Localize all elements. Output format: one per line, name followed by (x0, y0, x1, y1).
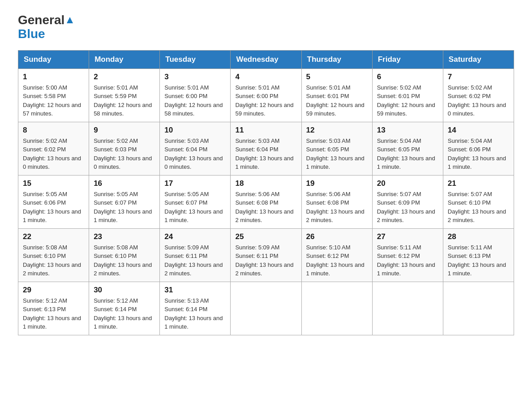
col-wednesday: Wednesday (231, 50, 301, 68)
day-info: Sunrise: 5:09 AMSunset: 6:11 PMDaylight:… (164, 243, 226, 278)
table-row: 6Sunrise: 5:02 AMSunset: 6:01 PMDaylight… (372, 68, 443, 122)
day-number: 5 (306, 73, 368, 81)
col-saturday: Saturday (443, 50, 514, 68)
table-row: 7Sunrise: 5:02 AMSunset: 6:02 PMDaylight… (443, 68, 514, 122)
col-friday: Friday (372, 50, 443, 68)
day-number: 7 (448, 73, 509, 81)
day-info: Sunrise: 5:01 AMSunset: 6:01 PMDaylight:… (306, 83, 368, 118)
day-info: Sunrise: 5:01 AMSunset: 6:00 PMDaylight:… (235, 83, 296, 118)
svg-marker-0 (67, 17, 73, 23)
table-row: 23Sunrise: 5:08 AMSunset: 6:10 PMDayligh… (89, 228, 160, 282)
table-row: 31Sunrise: 5:13 AMSunset: 6:14 PMDayligh… (160, 282, 231, 335)
day-number: 28 (448, 232, 509, 241)
table-row: 14Sunrise: 5:04 AMSunset: 6:06 PMDayligh… (443, 122, 514, 175)
day-number: 6 (377, 73, 438, 81)
day-number: 24 (164, 232, 226, 241)
table-row (372, 282, 443, 335)
table-row: 20Sunrise: 5:07 AMSunset: 6:09 PMDayligh… (372, 175, 443, 228)
day-number: 4 (235, 73, 296, 81)
day-number: 2 (94, 73, 155, 81)
col-monday: Monday (89, 50, 160, 68)
day-info: Sunrise: 5:00 AMSunset: 5:58 PMDaylight:… (23, 83, 84, 118)
day-info: Sunrise: 5:07 AMSunset: 6:09 PMDaylight:… (377, 190, 438, 225)
day-number: 16 (94, 179, 155, 188)
day-info: Sunrise: 5:02 AMSunset: 6:02 PMDaylight:… (23, 137, 84, 171)
day-number: 14 (448, 126, 509, 135)
day-info: Sunrise: 5:03 AMSunset: 6:05 PMDaylight:… (306, 137, 368, 171)
calendar-header-row: Sunday Monday Tuesday Wednesday Thursday… (18, 50, 514, 68)
table-row: 13Sunrise: 5:04 AMSunset: 6:05 PMDayligh… (372, 122, 443, 175)
day-number: 15 (23, 179, 84, 188)
day-number: 23 (94, 232, 155, 241)
day-number: 31 (164, 286, 226, 295)
col-thursday: Thursday (301, 50, 372, 68)
day-number: 3 (164, 73, 226, 81)
day-info: Sunrise: 5:07 AMSunset: 6:10 PMDaylight:… (448, 190, 509, 225)
day-info: Sunrise: 5:08 AMSunset: 6:10 PMDaylight:… (23, 243, 84, 278)
day-number: 20 (377, 179, 438, 188)
table-row: 16Sunrise: 5:05 AMSunset: 6:07 PMDayligh… (89, 175, 160, 228)
table-row (443, 282, 514, 335)
day-number: 8 (23, 126, 84, 135)
calendar-week-row: 15Sunrise: 5:05 AMSunset: 6:06 PMDayligh… (18, 175, 514, 228)
day-info: Sunrise: 5:06 AMSunset: 6:08 PMDaylight:… (306, 190, 368, 225)
day-number: 17 (164, 179, 226, 188)
table-row: 4Sunrise: 5:01 AMSunset: 6:00 PMDaylight… (231, 68, 301, 122)
table-row: 24Sunrise: 5:09 AMSunset: 6:11 PMDayligh… (160, 228, 231, 282)
table-row: 26Sunrise: 5:10 AMSunset: 6:12 PMDayligh… (301, 228, 372, 282)
logo-blue-text: Blue (18, 27, 45, 41)
table-row: 22Sunrise: 5:08 AMSunset: 6:10 PMDayligh… (18, 228, 89, 282)
day-number: 1 (23, 73, 84, 81)
table-row: 21Sunrise: 5:07 AMSunset: 6:10 PMDayligh… (443, 175, 514, 228)
table-row: 27Sunrise: 5:11 AMSunset: 6:12 PMDayligh… (372, 228, 443, 282)
day-number: 10 (164, 126, 226, 135)
table-row (231, 282, 301, 335)
table-row (301, 282, 372, 335)
page-header: General Blue (18, 13, 514, 41)
day-number: 18 (235, 179, 296, 188)
table-row: 25Sunrise: 5:09 AMSunset: 6:11 PMDayligh… (231, 228, 301, 282)
day-number: 29 (23, 286, 84, 295)
day-number: 25 (235, 232, 296, 241)
day-info: Sunrise: 5:12 AMSunset: 6:13 PMDaylight:… (23, 296, 84, 331)
day-info: Sunrise: 5:03 AMSunset: 6:04 PMDaylight:… (235, 137, 296, 171)
calendar-week-row: 8Sunrise: 5:02 AMSunset: 6:02 PMDaylight… (18, 122, 514, 175)
day-info: Sunrise: 5:10 AMSunset: 6:12 PMDaylight:… (306, 243, 368, 278)
col-tuesday: Tuesday (160, 50, 231, 68)
table-row: 11Sunrise: 5:03 AMSunset: 6:04 PMDayligh… (231, 122, 301, 175)
logo: General Blue (18, 13, 74, 41)
table-row: 2Sunrise: 5:01 AMSunset: 5:59 PMDaylight… (89, 68, 160, 122)
table-row: 29Sunrise: 5:12 AMSunset: 6:13 PMDayligh… (18, 282, 89, 335)
calendar-week-row: 1Sunrise: 5:00 AMSunset: 5:58 PMDaylight… (18, 68, 514, 122)
table-row: 30Sunrise: 5:12 AMSunset: 6:14 PMDayligh… (89, 282, 160, 335)
day-number: 27 (377, 232, 438, 241)
table-row: 17Sunrise: 5:05 AMSunset: 6:07 PMDayligh… (160, 175, 231, 228)
day-info: Sunrise: 5:06 AMSunset: 6:08 PMDaylight:… (235, 190, 296, 225)
day-info: Sunrise: 5:09 AMSunset: 6:11 PMDaylight:… (235, 243, 296, 278)
day-info: Sunrise: 5:05 AMSunset: 6:07 PMDaylight:… (164, 190, 226, 225)
logo-triangle-icon (66, 16, 74, 26)
day-info: Sunrise: 5:01 AMSunset: 6:00 PMDaylight:… (164, 83, 226, 118)
day-number: 13 (377, 126, 438, 135)
table-row: 12Sunrise: 5:03 AMSunset: 6:05 PMDayligh… (301, 122, 372, 175)
day-number: 11 (235, 126, 296, 135)
day-info: Sunrise: 5:02 AMSunset: 6:01 PMDaylight:… (377, 83, 438, 118)
table-row: 28Sunrise: 5:11 AMSunset: 6:13 PMDayligh… (443, 228, 514, 282)
table-row: 1Sunrise: 5:00 AMSunset: 5:58 PMDaylight… (18, 68, 89, 122)
day-info: Sunrise: 5:04 AMSunset: 6:05 PMDaylight:… (377, 137, 438, 171)
table-row: 15Sunrise: 5:05 AMSunset: 6:06 PMDayligh… (18, 175, 89, 228)
day-info: Sunrise: 5:11 AMSunset: 6:12 PMDaylight:… (377, 243, 438, 278)
day-info: Sunrise: 5:02 AMSunset: 6:03 PMDaylight:… (94, 137, 155, 171)
table-row: 18Sunrise: 5:06 AMSunset: 6:08 PMDayligh… (231, 175, 301, 228)
calendar-week-row: 22Sunrise: 5:08 AMSunset: 6:10 PMDayligh… (18, 228, 514, 282)
day-number: 12 (306, 126, 368, 135)
day-number: 21 (448, 179, 509, 188)
day-number: 22 (23, 232, 84, 241)
day-number: 9 (94, 126, 155, 135)
table-row: 19Sunrise: 5:06 AMSunset: 6:08 PMDayligh… (301, 175, 372, 228)
day-number: 19 (306, 179, 368, 188)
day-info: Sunrise: 5:05 AMSunset: 6:06 PMDaylight:… (23, 190, 84, 225)
calendar-table: Sunday Monday Tuesday Wednesday Thursday… (18, 50, 514, 335)
calendar-week-row: 29Sunrise: 5:12 AMSunset: 6:13 PMDayligh… (18, 282, 514, 335)
day-info: Sunrise: 5:13 AMSunset: 6:14 PMDaylight:… (164, 296, 226, 331)
